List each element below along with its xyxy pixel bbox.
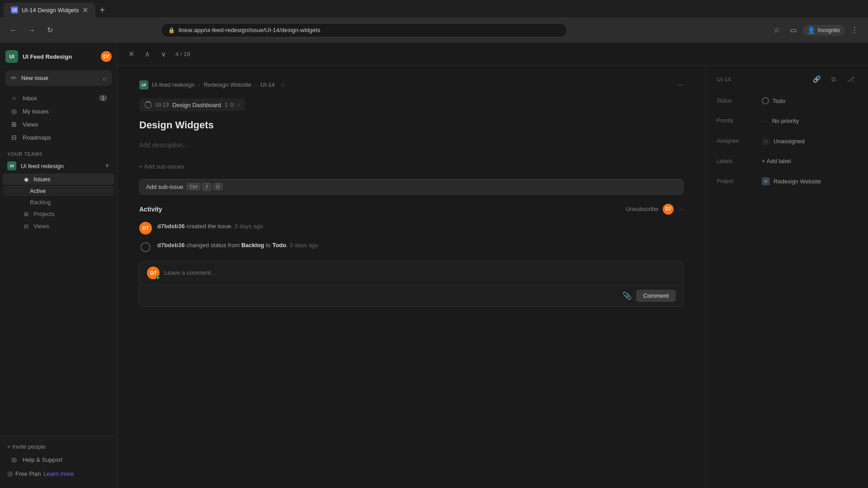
comment-user-avatar: D7 [147,267,160,279]
new-issue-button[interactable]: ✏ New issue ⌕ [5,70,112,86]
project-value[interactable]: ⊞ Redesign Website [762,177,821,185]
tab-bar: UI UI-14 Design Widgets ✕ + [0,0,868,17]
activity-from-status: Backlog [241,242,264,249]
activity-user-avatar: D7 [663,204,674,215]
forward-button[interactable]: → [25,24,38,37]
new-issue-label: New issue [21,75,98,81]
comment-submit-button[interactable]: Comment [636,290,676,302]
roadmaps-label: Roadmaps [23,134,107,141]
comment-footer: 📎 Comment [140,285,683,306]
activity-text-1: d7bdeb36 created the issue. 3 days ago [157,222,263,231]
priority-text: No priority [772,117,799,124]
views-icon: ⊞ [10,121,18,128]
close-panel-button[interactable]: ✕ [125,48,137,61]
parent-issue-title: Design Dashboard [172,102,221,108]
status-field: Status Todo [717,94,857,107]
tab-favicon: UI [11,6,18,14]
user-avatar[interactable]: D7 [101,51,112,62]
priority-field: Priority ··· No priority [717,114,857,127]
star-icon[interactable]: ☆ [280,82,285,88]
sidebar-item-issues[interactable]: ◉ Issues [3,174,114,185]
active-tab[interactable]: UI UI-14 Design Widgets ✕ [4,3,95,17]
team-row[interactable]: UI Ui feed redesign ▼ [0,159,117,173]
browser-chrome: UI UI-14 Design Widgets ✕ + ← → ↻ 🔒 line… [0,0,868,43]
total-issue-num: 19 [184,51,190,57]
team-views-icon: ⊟ [23,223,30,230]
views-label: Views [23,121,107,128]
sidebar-item-team-views[interactable]: ⊟ Views [3,221,114,232]
sidebar: UI UI Feed Redesign D7 ✏ New issue ⌕ ○ I… [0,43,118,488]
incognito-avatar: 👤 [807,27,815,34]
sidebar-item-active[interactable]: Active [3,186,114,196]
comment-input[interactable] [164,269,676,276]
workspace-avatar: UI [5,50,18,63]
attach-icon[interactable]: 📎 [623,291,632,300]
sidebar-item-inbox[interactable]: ○ Inbox 1 [3,92,114,104]
invite-people-button[interactable]: + Invite people [0,441,117,453]
breadcrumb-project-link[interactable]: Redesign Website [204,81,251,88]
parent-issue-chip[interactable]: UI-13 Design Dashboard 1 ⊙ › [139,99,245,111]
sidebar-item-backlog[interactable]: Backlog [3,197,114,207]
learn-more-link[interactable]: Learn more [43,470,73,477]
address-bar: ← → ↻ 🔒 linear.app/ui-feed-redesign/issu… [0,17,868,43]
search-icon[interactable]: ⌕ [103,75,106,82]
labels-value[interactable]: + Add label [762,158,791,164]
new-tab-button[interactable]: + [95,3,109,17]
comment-area: D7 📎 Comment [139,261,684,307]
team-name: Ui feed redesign [21,163,100,169]
activity-action-text-1: created the issue. [186,223,233,230]
teams-section-label: Your teams [0,146,117,159]
sidebar-toggle-icon[interactable]: ▭ [787,24,799,37]
url-input[interactable]: 🔒 linear.app/ui-feed-redesign/issue/UI-1… [160,23,567,38]
activity-header: Activity Unsubscribe D7 ··· [139,204,684,215]
backlog-label: Backlog [30,199,51,206]
breadcrumb-team-link[interactable]: Ui feed redesign [152,81,195,88]
next-issue-button[interactable]: ∨ [157,48,170,61]
status-value[interactable]: Todo [762,97,785,104]
copy-icon-button[interactable]: ⧉ [827,73,840,85]
breadcrumb-more-button[interactable]: ··· [677,80,684,89]
activity-more-button[interactable]: ··· [678,206,684,213]
sidebar-item-help[interactable]: ◎ Help & Support [3,453,114,466]
assignee-value[interactable]: ◎ Unassigned [762,137,805,145]
kbd-ctrl: Ctrl [187,183,200,190]
free-plan-label: Free Plan [15,470,41,477]
browser-menu-icon[interactable]: ⋮ [848,24,861,37]
sidebar-item-my-issues[interactable]: ◎ My issues [3,105,114,117]
sidebar-item-views[interactable]: ⊞ Views [3,118,114,131]
back-button[interactable]: ← [7,24,20,37]
sub-issue-tooltip: Add sub-issue Ctrl ⇧ O [139,179,684,195]
sidebar-item-roadmaps[interactable]: ⊟ Roadmaps [3,131,114,144]
issue-title[interactable]: Design Widgets [139,118,684,132]
breadcrumb: UI Ui feed redesign › Redesign Website ›… [139,80,684,89]
bookmark-icon[interactable]: ☆ [770,24,783,37]
sidebar-header: UI UI Feed Redesign D7 [0,47,117,66]
sub-issue-link-count: 1 ⊙ [225,102,234,108]
roadmaps-icon: ⊟ [10,134,18,141]
issue-id-header: UI-14 🔗 ⧉ ⎇ [717,73,857,85]
project-text: Redesign Website [774,178,821,185]
sidebar-item-projects[interactable]: ⊞ Projects [3,208,114,220]
sub-issue-arrow-icon: › [238,102,240,108]
lock-icon: 🔒 [168,27,175,33]
prev-issue-button[interactable]: ∧ [141,48,154,61]
incognito-label: Incognito [818,27,840,33]
activity-item: D7 d7bdeb36 created the issue. 3 days ag… [139,222,684,235]
url-text: linear.app/ui-feed-redesign/issue/UI-14/… [179,27,321,33]
link-icon-button[interactable]: 🔗 [810,73,823,85]
branch-icon-button[interactable]: ⎇ [844,73,857,85]
sub-issues-section: + Add sub-issues [139,161,684,172]
unsubscribe-button[interactable]: Unsubscribe [626,206,658,212]
assignee-icon: ◎ [762,137,770,145]
activity-avatar-1: D7 [139,222,152,235]
reload-button[interactable]: ↻ [43,24,56,37]
labels-field: Labels + Add label [717,155,857,167]
inbox-badge: 1 [99,95,107,101]
issue-description[interactable]: Add description... [139,140,684,150]
priority-value[interactable]: ··· No priority [762,117,799,124]
tooltip-label: Add sub-issue [146,183,183,190]
tab-close-button[interactable]: ✕ [82,6,88,14]
add-sub-issues-button[interactable]: + Add sub-issues [139,161,684,172]
activity-text-2: d7bdeb36 changed status from Backlog to … [157,241,318,250]
issues-icon: ◉ [23,176,30,183]
